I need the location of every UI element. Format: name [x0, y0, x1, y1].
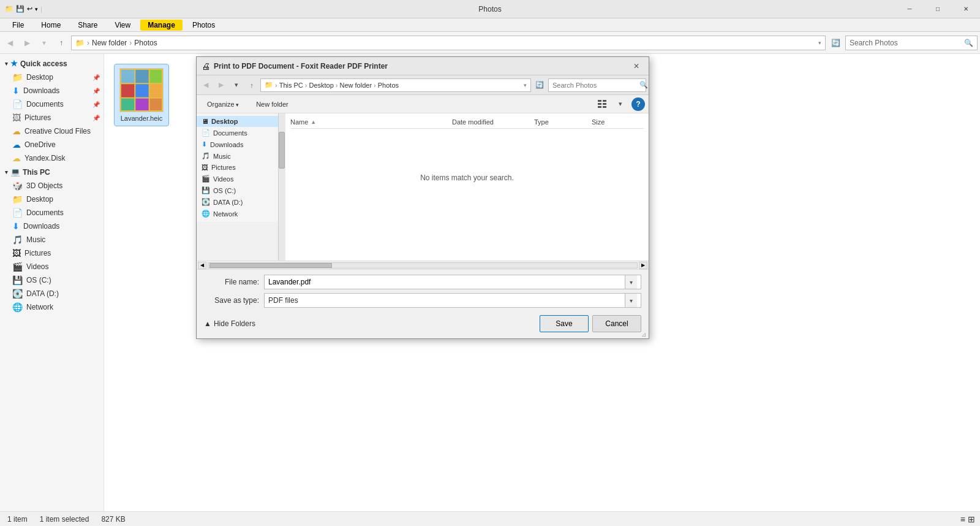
- network-nav-icon: 🌐: [202, 210, 210, 218]
- dialog-overlay: 🖨 Print to PDF Document - Foxit Reader P…: [0, 0, 980, 526]
- downloads-nav-icon: ⬇: [202, 140, 207, 148]
- dialog-recent-button[interactable]: ▾: [230, 78, 243, 92]
- nav-item-label: Documents: [213, 129, 247, 137]
- hide-folders-button[interactable]: ▲ Hide Folders: [204, 319, 255, 328]
- view-toggle-button[interactable]: [595, 97, 609, 111]
- pictures-nav-icon: 🖼: [202, 164, 208, 171]
- dialog-title-text: Print to PDF Document - Foxit Reader PDF…: [214, 62, 625, 71]
- save-as-type-row: Save as type: PDF files ▾: [204, 293, 641, 308]
- dialog-search-input[interactable]: [552, 82, 637, 89]
- dialog-refresh-button[interactable]: 🔄: [533, 78, 546, 92]
- col-type[interactable]: Type: [534, 118, 589, 126]
- documents-nav-icon: 📄: [202, 129, 210, 137]
- dialog-nav-videos[interactable]: 🎬 Videos: [197, 173, 285, 185]
- col-size-label: Size: [592, 118, 605, 126]
- dialog-path[interactable]: 📁 › This PC › Desktop › New folder › Pho…: [260, 78, 531, 92]
- dialog-forward-button[interactable]: ▶: [214, 78, 228, 92]
- dialog-nav-network[interactable]: 🌐 Network: [197, 208, 285, 219]
- save-button[interactable]: Save: [540, 315, 589, 332]
- svg-rect-14: [598, 106, 601, 108]
- dialog-title-icon: 🖨: [202, 61, 210, 71]
- hscroll-thumb[interactable]: [209, 263, 332, 268]
- file-name-input[interactable]: [268, 278, 625, 286]
- view-more-button[interactable]: ▾: [613, 97, 628, 111]
- svg-rect-10: [598, 100, 601, 102]
- dialog-nav-documents[interactable]: 📄 Documents: [197, 127, 285, 139]
- dialog-toolbar: Organize New folder ▾ ?: [197, 95, 649, 113]
- cancel-button[interactable]: Cancel: [592, 315, 641, 332]
- save-as-type-label: Save as type:: [204, 296, 259, 305]
- col-name[interactable]: Name ▲: [290, 118, 450, 126]
- nav-item-label: Music: [213, 153, 231, 160]
- no-items-message: No items match your search.: [290, 129, 644, 227]
- resize-handle[interactable]: ⊿: [641, 331, 647, 337]
- desktop-nav-icon: 🖥: [202, 118, 208, 125]
- save-dialog: 🖨 Print to PDF Document - Foxit Reader P…: [196, 56, 649, 339]
- path-sep: ›: [374, 82, 376, 89]
- chevron-up-icon: ▲: [204, 319, 211, 328]
- dialog-nav-desktop[interactable]: 🖥 Desktop: [197, 116, 285, 127]
- nav-item-label: Desktop: [211, 118, 238, 125]
- file-name-input-wrapper: ▾: [264, 275, 641, 289]
- dialog-action-row: ▲ Hide Folders Save Cancel: [204, 311, 641, 334]
- new-folder-button[interactable]: New folder: [249, 99, 295, 110]
- osc-nav-icon: 💾: [202, 186, 210, 194]
- dialog-nav-datad[interactable]: 💽 DATA (D:): [197, 196, 285, 208]
- col-date-label: Date modified: [452, 118, 494, 126]
- nav-item-label: Videos: [213, 175, 233, 183]
- sort-icon: ▲: [311, 119, 316, 125]
- nav-item-label: Downloads: [210, 141, 243, 148]
- hide-folders-label: Hide Folders: [214, 319, 255, 328]
- col-type-label: Type: [534, 118, 549, 126]
- path-icon: 📁: [265, 81, 273, 89]
- filename-dropdown-arrow[interactable]: ▾: [625, 275, 637, 289]
- col-size[interactable]: Size: [592, 118, 635, 126]
- nav-item-label: DATA (D:): [213, 199, 243, 206]
- videos-nav-icon: 🎬: [202, 175, 210, 183]
- datad-nav-icon: 💽: [202, 198, 210, 206]
- dialog-title-bar: 🖨 Print to PDF Document - Foxit Reader P…: [197, 57, 649, 75]
- dialog-nav-music[interactable]: 🎵 Music: [197, 150, 285, 162]
- path-sep: ›: [305, 82, 307, 89]
- dialog-footer: File name: ▾ Save as type: PDF files ▾ ▲…: [197, 269, 649, 338]
- savetype-dropdown-arrow[interactable]: ▾: [625, 294, 637, 307]
- col-name-label: Name: [290, 118, 308, 126]
- this-pc-path: This PC: [279, 82, 303, 89]
- svg-rect-15: [603, 106, 606, 108]
- photos-path: Photos: [378, 82, 399, 89]
- column-headers: Name ▲ Date modified Type Size: [290, 118, 644, 129]
- path-sep: ›: [275, 82, 277, 89]
- dialog-close-button[interactable]: ✕: [629, 60, 644, 72]
- dialog-nav-pictures[interactable]: 🖼 Pictures: [197, 162, 285, 173]
- svg-rect-12: [598, 103, 601, 105]
- dialog-nav-downloads[interactable]: ⬇ Downloads: [197, 139, 285, 150]
- file-name-row: File name: ▾: [204, 275, 641, 289]
- save-as-type-value: PDF files: [268, 296, 625, 305]
- scrollbar-thumb[interactable]: [279, 132, 285, 169]
- new-folder-path: New folder: [340, 82, 372, 89]
- save-as-type-wrapper: PDF files ▾: [264, 293, 641, 308]
- help-button[interactable]: ?: [631, 97, 645, 111]
- path-sep: ›: [336, 82, 338, 89]
- dialog-hscroll: ◀ ▶: [197, 261, 649, 269]
- dialog-nav: 🖥 Desktop 📄 Documents ⬇ Downloads 🎵 Musi…: [197, 113, 285, 222]
- col-date[interactable]: Date modified: [452, 118, 532, 126]
- dialog-nav-osc[interactable]: 💾 OS (C:): [197, 185, 285, 196]
- desktop-path: Desktop: [309, 82, 333, 89]
- dialog-nav-scrollbar[interactable]: [278, 113, 285, 261]
- hscroll-right[interactable]: ▶: [639, 262, 647, 269]
- hscroll-track[interactable]: [208, 262, 638, 269]
- nav-item-label: Network: [213, 210, 238, 218]
- svg-rect-13: [603, 103, 606, 105]
- organize-button[interactable]: Organize: [200, 99, 246, 110]
- dialog-up-button[interactable]: ↑: [245, 78, 258, 92]
- dialog-address-bar: ◀ ▶ ▾ ↑ 📁 › This PC › Desktop › New fold…: [197, 75, 649, 95]
- svg-rect-11: [603, 100, 606, 102]
- path-dropdown: ▾: [524, 82, 527, 88]
- search-icon: 🔍: [639, 81, 648, 89]
- nav-item-label: OS (C:): [213, 187, 236, 194]
- dialog-search-box: 🔍: [548, 78, 646, 92]
- dialog-back-button[interactable]: ◀: [199, 78, 213, 92]
- music-nav-icon: 🎵: [202, 152, 210, 160]
- hscroll-left[interactable]: ◀: [198, 262, 206, 269]
